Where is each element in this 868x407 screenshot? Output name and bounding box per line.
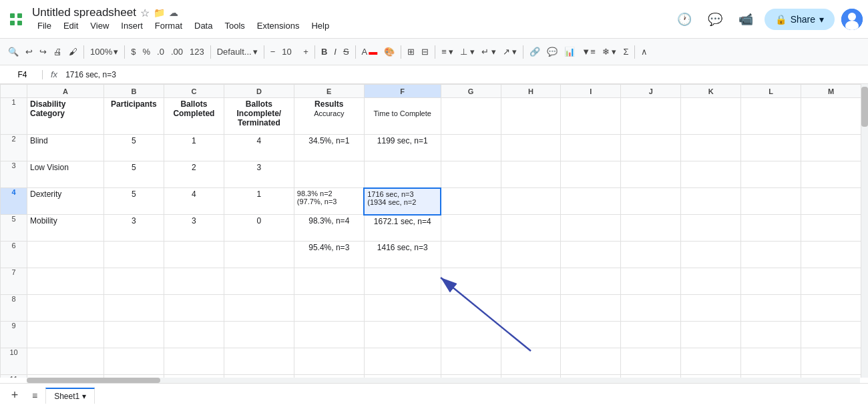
fill-color-button[interactable]: 🎨: [381, 43, 397, 61]
print-button[interactable]: 🖨: [51, 43, 65, 61]
cell-d5[interactable]: 0: [224, 215, 294, 242]
cell-m3[interactable]: [801, 161, 861, 188]
cell-b6[interactable]: [103, 242, 164, 268]
col-header-j[interactable]: J: [621, 85, 681, 98]
col-header-k[interactable]: K: [681, 85, 741, 98]
cell-h5[interactable]: [501, 215, 561, 242]
cell-b5[interactable]: 3: [103, 215, 164, 242]
cell-l3[interactable]: [741, 161, 801, 188]
cell-j1[interactable]: [621, 98, 681, 135]
chart-button[interactable]: 📊: [562, 43, 578, 61]
col-header-l[interactable]: L: [741, 85, 801, 98]
cell-h6[interactable]: [501, 242, 561, 268]
cell-a7[interactable]: [27, 268, 104, 295]
cell-c5[interactable]: 3: [164, 215, 224, 242]
cell-i1[interactable]: [561, 98, 621, 135]
merge-button[interactable]: ⊟: [419, 43, 431, 61]
horizontal-scrollbar[interactable]: [27, 378, 860, 383]
dec-plus-button[interactable]: .00: [168, 43, 186, 61]
cell-h2[interactable]: [501, 135, 561, 161]
sheet-tab-sheet1[interactable]: Sheet1 ▾: [45, 388, 95, 404]
star-icon[interactable]: ☆: [140, 7, 150, 19]
folder-icon[interactable]: 📁: [154, 7, 165, 18]
rotate-button[interactable]: ↗ ▾: [500, 43, 520, 61]
meet-icon[interactable]: 📹: [734, 7, 758, 31]
cell-i4[interactable]: [561, 188, 621, 215]
cell-c3[interactable]: 2: [164, 161, 224, 188]
cell-j3[interactable]: [621, 161, 681, 188]
h-scroll-thumb[interactable]: [27, 378, 160, 383]
history-icon[interactable]: 🕐: [672, 7, 696, 31]
currency-button[interactable]: $: [128, 43, 138, 61]
cell-i3[interactable]: [561, 161, 621, 188]
undo-button[interactable]: ↩: [23, 43, 35, 61]
cell-h3[interactable]: [501, 161, 561, 188]
bold-button[interactable]: B: [318, 43, 330, 61]
cell-g6[interactable]: [441, 242, 501, 268]
cell-m2[interactable]: [801, 135, 861, 161]
filter-button[interactable]: ▼≡: [579, 43, 598, 61]
cell-i2[interactable]: [561, 135, 621, 161]
cell-e6[interactable]: 95.4%, n=3: [294, 242, 364, 268]
zoom-button[interactable]: 100% ▾: [87, 43, 121, 61]
cell-d6[interactable]: [224, 242, 294, 268]
cell-f5[interactable]: 1672.1 sec, n=4: [364, 215, 441, 242]
cell-j4[interactable]: [621, 188, 681, 215]
add-sheet-button[interactable]: +: [5, 386, 24, 405]
paintformat-button[interactable]: 🖌: [66, 43, 80, 61]
cell-a5[interactable]: Mobility: [27, 215, 104, 242]
cell-c4[interactable]: 4: [164, 188, 224, 215]
cell-g2[interactable]: [441, 135, 501, 161]
doc-title[interactable]: Untitled spreadsheet: [32, 6, 136, 19]
cell-d4[interactable]: 1: [224, 188, 294, 215]
col-header-c[interactable]: C: [164, 85, 224, 98]
cell-f3[interactable]: [364, 161, 441, 188]
collapse-toolbar-button[interactable]: ∧: [638, 43, 650, 61]
col-header-h[interactable]: H: [501, 85, 561, 98]
share-button[interactable]: 🔒 Share ▾: [765, 9, 835, 30]
user-avatar[interactable]: [841, 9, 863, 30]
cell-d3[interactable]: 3: [224, 161, 294, 188]
cell-c1[interactable]: BallotsCompleted: [164, 98, 224, 135]
borders-button[interactable]: ⊞: [405, 43, 417, 61]
menu-extensions[interactable]: Extensions: [252, 19, 305, 32]
cell-d1[interactable]: BallotsIncomplete/Terminated: [224, 98, 294, 135]
cell-i5[interactable]: [561, 215, 621, 242]
cell-j2[interactable]: [621, 135, 681, 161]
cell-l1[interactable]: [741, 98, 801, 135]
cell-h1[interactable]: [501, 98, 561, 135]
font-size-plus-button[interactable]: +: [300, 43, 311, 61]
col-header-g[interactable]: G: [441, 85, 501, 98]
text-color-button[interactable]: A ▬: [359, 43, 381, 61]
cell-m4[interactable]: [801, 188, 861, 215]
font-size-input[interactable]: 10: [279, 43, 299, 61]
cell-a4[interactable]: Dexterity: [27, 188, 104, 215]
cell-l5[interactable]: [741, 215, 801, 242]
cell-k1[interactable]: [681, 98, 741, 135]
cell-k5[interactable]: [681, 215, 741, 242]
cell-c2[interactable]: 1: [164, 135, 224, 161]
cell-l2[interactable]: [741, 135, 801, 161]
link-button[interactable]: 🔗: [527, 43, 543, 61]
format123-button[interactable]: 123: [187, 43, 207, 61]
cell-k4[interactable]: [681, 188, 741, 215]
menu-insert[interactable]: Insert: [116, 19, 148, 32]
cell-e3[interactable]: [294, 161, 364, 188]
cell-k6[interactable]: [681, 242, 741, 268]
col-header-a[interactable]: A: [27, 85, 104, 98]
strikethrough-button[interactable]: S: [341, 43, 352, 61]
cell-i6[interactable]: [561, 242, 621, 268]
redo-button[interactable]: ↪: [37, 43, 49, 61]
col-header-i[interactable]: I: [561, 85, 621, 98]
cell-h4[interactable]: [501, 188, 561, 215]
col-header-f[interactable]: F: [364, 85, 441, 98]
cell-e4[interactable]: 98.3% n=2(97.7%, n=3: [294, 188, 364, 215]
cell-k3[interactable]: [681, 161, 741, 188]
cell-e5[interactable]: 98.3%, n=4: [294, 215, 364, 242]
cell-m1[interactable]: [801, 98, 861, 135]
cell-d2[interactable]: 4: [224, 135, 294, 161]
col-header-b[interactable]: B: [103, 85, 164, 98]
cell-g4[interactable]: [441, 188, 501, 215]
cell-f2[interactable]: 1199 sec, n=1: [364, 135, 441, 161]
font-family-button[interactable]: Default... ▾: [214, 43, 260, 61]
